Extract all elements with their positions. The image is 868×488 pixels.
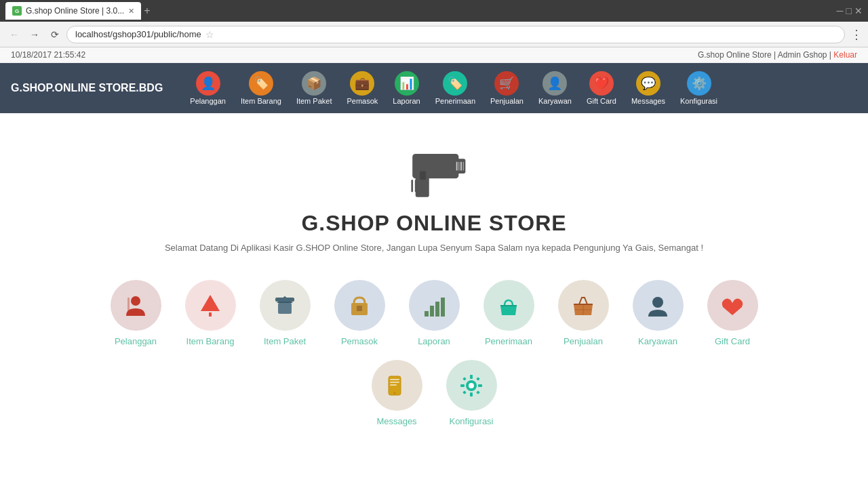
nav-item-karyawan[interactable]: 👤 Karyawan [532, 68, 578, 108]
svg-rect-2 [420, 171, 426, 180]
nav-item-gift-card[interactable]: ❤️ Gift Card [580, 68, 623, 108]
svg-rect-22 [425, 311, 429, 317]
address-text: localhost/gshop301/public/home [75, 29, 201, 39]
nav-label-item-paket: Item Paket [296, 97, 332, 105]
menu-item-item-paket[interactable]: Item Paket [254, 280, 315, 346]
menu-icon-item-barang [185, 280, 236, 331]
menu-item-item-barang[interactable]: Item Barang [180, 280, 241, 346]
site-info: G.shop Online Store | Admin Gshop | Kelu… [698, 50, 857, 60]
nav-item-item-paket[interactable]: 📦 Item Paket [290, 68, 339, 108]
new-tab-button[interactable]: + [144, 5, 150, 17]
reload-button[interactable]: ⟳ [46, 26, 64, 43]
svg-rect-4 [456, 162, 458, 171]
svg-rect-38 [470, 392, 473, 396]
logout-link[interactable]: Keluar [833, 50, 857, 60]
svg-rect-14 [127, 298, 130, 311]
svg-rect-21 [357, 306, 362, 311]
menu-icon-messages [372, 360, 422, 411]
svg-point-13 [131, 296, 140, 306]
nav-item-penjualan[interactable]: 🛒 Penjualan [484, 68, 530, 108]
browser-menu-button[interactable]: ⋮ [850, 27, 863, 42]
store-title: G.SHOP ONLINE STORE [301, 211, 566, 236]
menu-item-gift-card[interactable]: Gift Card [702, 280, 763, 346]
nav-label-item-barang: Item Barang [241, 97, 281, 105]
svg-rect-44 [476, 390, 480, 394]
menu-label-laporan: Laporan [418, 336, 450, 346]
pemasok-nav-icon: 💼 [350, 71, 374, 96]
nav-item-pelanggan[interactable]: 👤 Pelanggan [183, 68, 233, 108]
close-window-button[interactable]: ✕ [854, 5, 863, 16]
menu-item-messages[interactable]: Messages [366, 360, 427, 426]
menu-label-pelanggan: Pelanggan [115, 336, 157, 346]
svg-rect-33 [390, 384, 397, 386]
minimize-button[interactable]: ─ [837, 5, 844, 16]
menu-label-penjualan: Penjualan [564, 336, 603, 346]
nav-item-penerimaan[interactable]: 🏷️ Penerimaan [429, 68, 482, 108]
top-info-bar: 10/18/2017 21:55:42 G.shop Online Store … [0, 47, 868, 63]
nav-label-pelanggan: Pelanggan [190, 97, 226, 105]
nav-item-item-barang[interactable]: 🏷️ Item Barang [234, 68, 288, 108]
laporan-nav-icon: 📊 [395, 71, 419, 96]
nav-label-konfigurasi: Konfigurasi [680, 97, 717, 105]
svg-rect-42 [476, 377, 480, 381]
nav-item-laporan[interactable]: 📊 Laporan [386, 68, 427, 108]
menu-item-penjualan[interactable]: Penjualan [553, 280, 614, 346]
svg-rect-16 [209, 312, 212, 317]
svg-rect-25 [441, 298, 445, 317]
svg-rect-6 [460, 162, 462, 171]
menu-icon-pelanggan [111, 280, 161, 331]
karyawan-nav-icon: 👤 [542, 71, 567, 96]
tab-favicon: G [12, 6, 22, 16]
svg-rect-11 [422, 180, 424, 192]
svg-rect-1 [412, 154, 458, 178]
konfigurasi-nav-icon: ⚙️ [687, 71, 711, 96]
datetime-display: 10/18/2017 21:55:42 [11, 50, 85, 60]
menu-label-konfigurasi: Konfigurasi [449, 416, 493, 426]
back-button[interactable]: ← [5, 26, 23, 43]
maximize-button[interactable]: □ [846, 5, 852, 16]
bookmark-icon[interactable]: ☆ [205, 29, 214, 40]
nav-label-penjualan: Penjualan [490, 97, 524, 105]
menu-icon-karyawan [633, 280, 684, 331]
nav-label-pemasok: Pemasok [347, 97, 378, 105]
nav-label-laporan: Laporan [393, 97, 420, 105]
menu-item-konfigurasi[interactable]: Konfigurasi [441, 360, 502, 426]
nav-item-pemasok[interactable]: 💼 Pemasok [340, 68, 384, 108]
forward-button[interactable]: → [26, 26, 43, 43]
svg-marker-15 [201, 295, 220, 311]
menu-item-laporan[interactable]: Laporan [403, 280, 465, 346]
svg-rect-12 [425, 180, 427, 192]
menu-label-gift-card: Gift Card [715, 336, 750, 346]
menu-icon-gift-card [707, 280, 758, 331]
menu-item-karyawan[interactable]: Karyawan [627, 280, 688, 346]
pelanggan-nav-icon: 👤 [196, 71, 220, 96]
menu-icon-penerimaan [484, 280, 534, 331]
svg-point-34 [393, 392, 396, 394]
nav-item-messages[interactable]: 💬 Messages [625, 68, 672, 108]
menu-label-pemasok: Pemasok [341, 336, 378, 346]
menu-item-penerimaan[interactable]: Penerimaan [478, 280, 539, 346]
address-bar[interactable]: localhost/gshop301/public/home ☆ [66, 26, 845, 43]
menu-item-pemasok[interactable]: Pemasok [329, 280, 390, 346]
svg-rect-43 [462, 390, 467, 394]
nav-items: 👤 Pelanggan 🏷️ Item Barang 📦 Item Paket … [183, 68, 724, 108]
tab-title: G.shop Online Store | 3.0... [26, 6, 124, 16]
svg-rect-9 [415, 180, 416, 192]
svg-rect-5 [458, 162, 459, 171]
browser-tab[interactable]: G G.shop Online Store | 3.0... ✕ [5, 2, 141, 20]
svg-rect-3 [454, 159, 465, 174]
svg-rect-41 [462, 377, 467, 381]
svg-rect-39 [460, 384, 465, 387]
barcode-scanner-illustration [400, 140, 468, 211]
menu-icon-penjualan [558, 280, 609, 331]
menu-icon-pemasok [334, 280, 385, 331]
messages-nav-icon: 💬 [636, 71, 660, 96]
nav-label-messages: Messages [631, 97, 665, 105]
nav-item-konfigurasi[interactable]: ⚙️ Konfigurasi [673, 68, 724, 108]
tab-close-button[interactable]: ✕ [128, 7, 134, 16]
menu-item-pelanggan[interactable]: Pelanggan [105, 280, 166, 346]
svg-rect-32 [390, 382, 399, 383]
menu-icon-konfigurasi [446, 360, 497, 411]
penerimaan-nav-icon: 🏷️ [443, 71, 467, 96]
nav-label-karyawan: Karyawan [538, 97, 572, 105]
